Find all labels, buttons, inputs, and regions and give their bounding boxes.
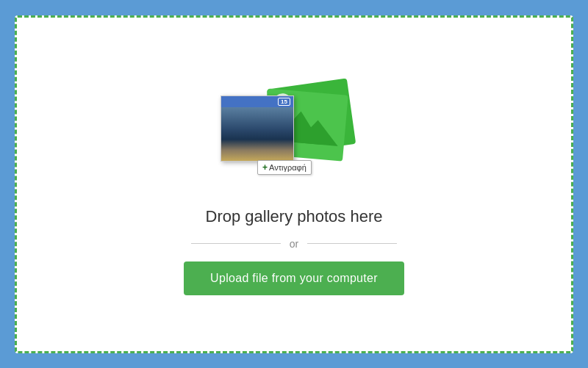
photo-thumbnail: 15: [220, 95, 294, 162]
drop-label: Drop gallery photos here: [206, 207, 383, 226]
thumbnail-image: [221, 107, 293, 161]
tooltip-text: Αντιγραφή: [269, 163, 306, 172]
upload-button[interactable]: Upload file from your computer: [184, 261, 404, 295]
drop-zone: 15 + Αντιγραφή Drop gallery photos here …: [184, 73, 404, 295]
divider-line-right: [307, 243, 397, 244]
drop-zone-container[interactable]: 15 + Αντιγραφή Drop gallery photos here …: [15, 15, 573, 353]
tooltip-plus-icon: +: [262, 162, 268, 173]
divider-line-left: [191, 243, 281, 244]
icon-area: 15 + Αντιγραφή: [213, 73, 375, 198]
copy-tooltip: + Αντιγραφή: [257, 160, 312, 175]
thumbnail-header: 15: [221, 96, 293, 107]
thumbnail-badge: 15: [278, 98, 290, 106]
divider-row: or: [191, 238, 397, 250]
divider-or: or: [290, 238, 298, 250]
